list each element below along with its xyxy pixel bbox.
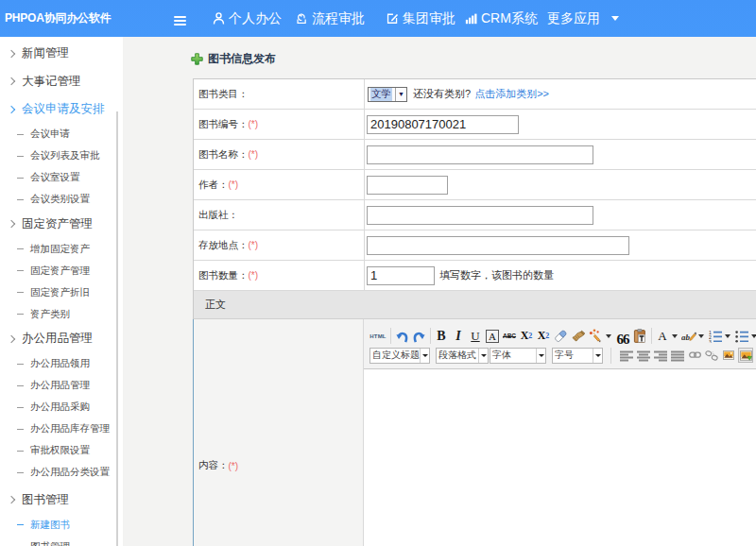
italic-icon[interactable]: I [451, 329, 466, 344]
bold-icon[interactable]: B [434, 329, 449, 344]
paste-icon[interactable] [632, 329, 647, 344]
menu-toggle-icon[interactable] [174, 16, 186, 26]
menu-bar [174, 20, 186, 22]
location-input[interactable] [367, 236, 629, 255]
sidebar-item-3-3[interactable]: 资产类别 [0, 303, 123, 325]
multi-image-icon[interactable] [738, 348, 753, 363]
nav-personal-office[interactable]: 个人办公 [207, 0, 287, 37]
sidebar-group-1[interactable]: 大事记管理 [0, 68, 123, 96]
quantity-hint: 填写数字，该图书的数量 [439, 268, 554, 282]
caret-down-icon[interactable] [751, 334, 756, 338]
align-left-icon[interactable] [619, 348, 634, 363]
sidebar-item-2-1[interactable]: 会议列表及审批 [0, 145, 123, 167]
caret-down-icon[interactable] [698, 334, 704, 338]
form-row-quantity: 图书数量： (*) 填写数字，该图书的数量 [194, 261, 756, 291]
chevron-right-icon [8, 220, 15, 228]
sidebar-item-4-0[interactable]: 办公用品领用 [0, 353, 123, 375]
add-category-link[interactable]: 点击添加类别>> [474, 87, 549, 101]
sidebar-item-label: 固定资产管理 [30, 264, 90, 278]
ordered-list-icon[interactable]: 123 [708, 329, 723, 344]
form-label-cell: 出版社： [194, 200, 365, 230]
sidebar-group-0[interactable]: 新闻管理 [0, 40, 123, 68]
font-family-dropdown[interactable]: 字体 [490, 348, 546, 364]
subscript-icon[interactable]: X2 [536, 329, 551, 344]
magic-wand-icon[interactable] [589, 329, 604, 344]
sidebar-item-2-0[interactable]: 会议申请 [0, 124, 123, 145]
dropdown-arrow-icon[interactable] [420, 349, 429, 363]
paintbrush-icon[interactable] [572, 329, 587, 344]
dropdown-arrow-icon[interactable] [478, 349, 488, 363]
category-select[interactable]: 文学 ▼ [368, 87, 407, 102]
sidebar-item-2-3[interactable]: 会议类别设置 [0, 189, 123, 211]
chevron-right-icon [8, 335, 15, 343]
sidebar-item-4-2[interactable]: 办公用品采购 [0, 397, 123, 418]
html-source-button[interactable]: HTML [369, 329, 387, 344]
sidebar-item-3-2[interactable]: 固定资产折旧 [0, 282, 123, 303]
unlink-icon[interactable] [704, 348, 719, 363]
category-hint: 还没有类别? [413, 87, 471, 101]
paragraph-format-dropdown[interactable]: 段落格式 [436, 348, 489, 364]
form-row-name: 图书名称： (*) [194, 140, 756, 170]
align-right-icon[interactable] [653, 348, 668, 363]
form-label-cell: 图书数量： (*) [194, 261, 365, 290]
undo-icon[interactable] [394, 329, 409, 344]
sidebar-scrollbar[interactable] [116, 111, 118, 546]
sidebar-group-3[interactable]: 固定资产管理 [0, 211, 123, 239]
nav-crm-system[interactable]: CRM系统 [459, 0, 543, 37]
sidebar-item-3-1[interactable]: 固定资产管理 [0, 260, 123, 282]
code-input[interactable] [367, 115, 519, 134]
process-approval-icon [296, 11, 308, 26]
form-field-cell: 文学 ▼ 还没有类别? 点击添加类别>> [365, 79, 756, 109]
underline-icon[interactable]: U [468, 329, 483, 344]
sidebar-item-4-1[interactable]: 办公用品管理 [0, 375, 123, 397]
nav-group-approval[interactable]: 集团审批 [381, 0, 461, 37]
sup-mark: 2 [528, 332, 532, 340]
dropdown-arrow-icon[interactable] [536, 349, 545, 363]
nav-label: CRM系统 [481, 10, 538, 27]
author-input[interactable] [367, 176, 448, 195]
font-color-icon[interactable]: A [655, 329, 670, 344]
nav-process-approval[interactable]: 流程审批 [290, 0, 370, 37]
editor-content[interactable] [364, 369, 756, 546]
sidebar-item-5-1[interactable]: 图书管理 [0, 536, 123, 546]
sidebar-item-5-0[interactable]: 新建图书 [0, 514, 123, 536]
quantity-input[interactable] [367, 266, 435, 285]
font-style-icon[interactable]: A [485, 329, 500, 344]
font-size-dropdown[interactable]: 字号 [552, 348, 603, 364]
form-field-cell [365, 140, 756, 169]
sidebar-item-2-2[interactable]: 会议室设置 [0, 167, 123, 189]
custom-title-dropdown[interactable]: 自定义标题 [369, 348, 430, 364]
caret-down-icon[interactable] [606, 334, 611, 338]
dropdown-arrow-icon[interactable] [593, 349, 602, 363]
image-icon[interactable] [721, 348, 736, 363]
sidebar-group-4[interactable]: 办公用品管理 [0, 325, 123, 353]
sidebar-item-4-3[interactable]: 办公用品库存管理 [0, 418, 123, 440]
nav-more-apps[interactable]: 更多应用 [541, 0, 625, 37]
group-approval-icon [387, 11, 399, 26]
sidebar-item-4-4[interactable]: 审批权限设置 [0, 440, 123, 462]
highlight-pen-icon[interactable]: ab [681, 329, 696, 344]
editor-toolbar: HTMLBIUAABCX2X266Aab123 自定义标题段落格式字体字号 [364, 319, 756, 369]
sidebar-item-4-5[interactable]: 办公用品分类设置 [0, 462, 123, 484]
unordered-list-icon[interactable] [734, 329, 749, 344]
align-justify-icon[interactable] [670, 348, 685, 363]
chevron-right-icon [8, 50, 15, 58]
link-icon[interactable] [687, 348, 702, 363]
caret-down-icon[interactable] [672, 334, 678, 338]
quote-icon[interactable]: 66 [615, 329, 630, 344]
sidebar-group-2[interactable]: 会议申请及安排 [0, 95, 123, 124]
superscript-icon[interactable]: X2 [519, 329, 534, 344]
eraser-icon[interactable] [553, 329, 568, 344]
dash-icon [17, 134, 24, 135]
sidebar-item-3-0[interactable]: 增加固定资产 [0, 238, 123, 260]
dash-icon [17, 364, 24, 365]
user-icon [213, 11, 225, 26]
strikethrough-icon[interactable]: ABC [502, 329, 517, 344]
redo-icon[interactable] [411, 329, 426, 344]
caret-down-icon[interactable] [725, 334, 730, 338]
sidebar-group-5[interactable]: 图书管理 [0, 486, 123, 515]
align-center-icon[interactable] [636, 348, 651, 363]
name-input[interactable] [367, 145, 593, 164]
sidebar-item-label: 审批权限设置 [30, 444, 90, 457]
publisher-input[interactable] [367, 206, 593, 225]
